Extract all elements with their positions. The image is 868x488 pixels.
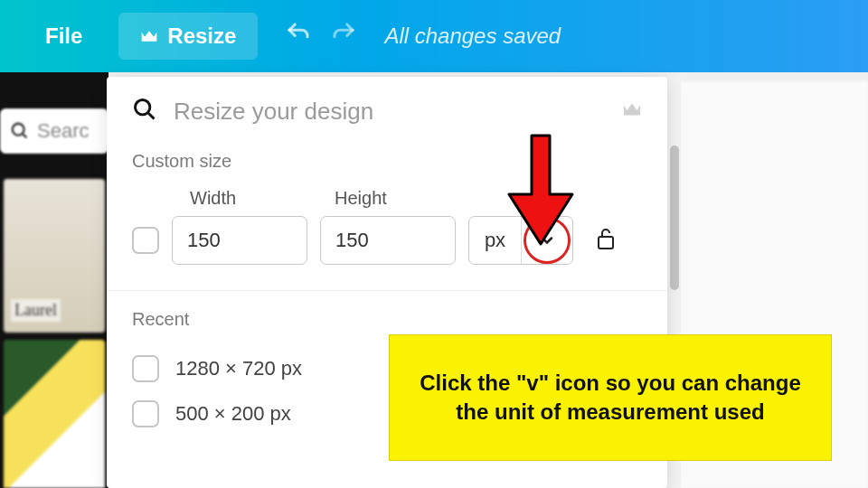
panel-scrollbar-thumb[interactable] — [670, 145, 679, 290]
unit-label: px — [469, 217, 522, 264]
recent-size-text: 500 × 200 px — [175, 402, 291, 426]
crown-icon — [140, 23, 158, 49]
top-bar: File Resize All changes saved — [0, 0, 868, 72]
unit-dropdown-button[interactable] — [522, 217, 572, 264]
unit-selector: px — [468, 216, 573, 265]
height-label: Height — [335, 188, 479, 209]
custom-size-checkbox[interactable] — [132, 227, 159, 254]
divider — [107, 290, 667, 291]
search-icon — [132, 97, 157, 126]
annotation-text: Click the "v" icon so you can change the… — [411, 369, 809, 427]
resize-label: Resize — [167, 23, 236, 49]
resize-menu-button[interactable]: Resize — [118, 13, 258, 60]
resize-search-input[interactable] — [174, 98, 606, 126]
undo-button[interactable] — [285, 20, 312, 53]
redo-button[interactable] — [330, 20, 357, 53]
recent-size-text: 1280 × 720 px — [175, 357, 302, 380]
chevron-down-icon — [538, 231, 556, 249]
height-input[interactable]: 150 — [320, 216, 456, 265]
width-input[interactable]: 150 — [172, 216, 307, 265]
svg-point-2 — [136, 100, 150, 115]
template-thumbnails — [0, 172, 108, 488]
custom-size-label: Custom size — [132, 151, 642, 172]
svg-rect-4 — [599, 237, 613, 249]
svg-line-1 — [23, 134, 27, 138]
width-label: Width — [190, 188, 335, 209]
templates-search-placeholder: Searc — [37, 119, 89, 143]
crown-icon — [622, 101, 642, 122]
file-menu-button[interactable]: File — [27, 14, 100, 58]
recent-checkbox[interactable] — [132, 400, 159, 427]
templates-search-input[interactable]: Searc — [0, 108, 108, 154]
annotation-callout: Click the "v" icon so you can change the… — [389, 334, 832, 461]
svg-line-3 — [148, 113, 155, 119]
recent-label: Recent — [132, 309, 642, 330]
save-status-text: All changes saved — [384, 23, 561, 49]
template-thumbnail[interactable] — [4, 340, 105, 488]
recent-checkbox[interactable] — [132, 355, 159, 382]
svg-point-0 — [13, 124, 24, 136]
template-thumbnail[interactable] — [4, 179, 105, 333]
lock-aspect-button[interactable] — [595, 226, 617, 255]
